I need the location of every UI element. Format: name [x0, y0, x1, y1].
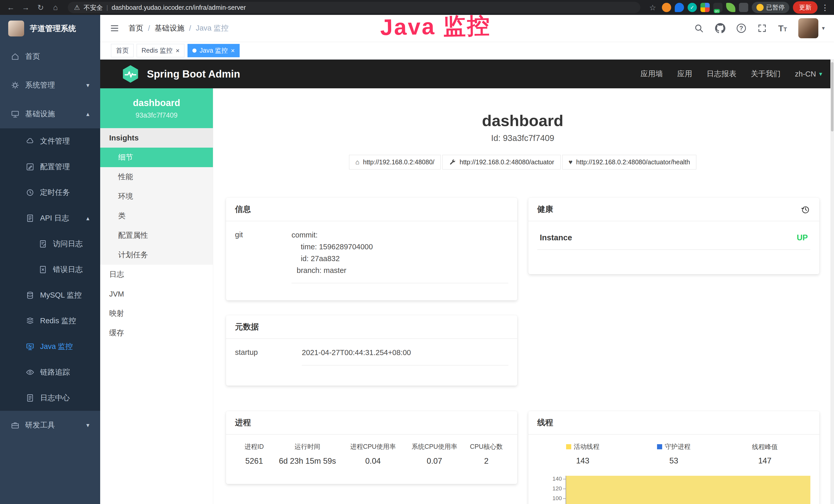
sidebar-item-log-center[interactable]: 日志中心	[0, 385, 100, 411]
chevron-up-icon: ▴	[86, 215, 89, 222]
sidebar-item-mysql[interactable]: MySQL 监控	[0, 282, 100, 308]
close-icon[interactable]: ×	[231, 47, 235, 54]
metadata-value-wrap: 2021-04-27T00:44:31.254+08:00	[302, 347, 508, 365]
column-header: 进程ID	[235, 442, 273, 451]
breadcrumb-section[interactable]: 基础设施	[155, 23, 184, 33]
extension-icon[interactable]	[675, 3, 684, 12]
address-bar[interactable]: ⚠ 不安全 | dashboard.yudao.iocoder.cn/infra…	[68, 2, 640, 13]
info-key: git	[235, 229, 291, 283]
sba-menu-scheduled[interactable]: 计划任务	[100, 245, 213, 265]
sba-brand[interactable]: Spring Boot Admin	[121, 64, 240, 84]
extension-icon[interactable]	[662, 3, 671, 12]
user-menu[interactable]: ▾	[798, 18, 825, 38]
sidebar-item-access-log[interactable]: 访问日志	[0, 231, 100, 257]
column-header: 运行时间	[273, 442, 342, 451]
extension-icon[interactable]	[726, 3, 736, 12]
kebab-menu-icon[interactable]: ⋮	[821, 3, 829, 12]
tab-label: Java 监控	[200, 46, 228, 55]
threads-legend: 活动线程 143 守护进程 53 线程峰值	[537, 442, 811, 465]
actuator-url-link[interactable]: http://192.168.0.2:48080/actuator	[442, 155, 561, 169]
paused-badge[interactable]: 已暂停	[752, 2, 789, 13]
sidebar-item-home[interactable]: 首页	[0, 42, 100, 71]
sba-nav: 应用墙 应用 日志报表 关于我们 zh-CN ▾	[641, 69, 822, 79]
instance-header[interactable]: dashboard 93a3fc7f7409	[100, 88, 213, 128]
sba-nav-applications[interactable]: 应用	[677, 69, 692, 79]
fullscreen-icon[interactable]	[757, 23, 767, 33]
health-row[interactable]: Instance UP	[537, 229, 811, 250]
column-value: 0.07	[404, 457, 464, 466]
sba-menu-details[interactable]: 细节	[100, 147, 213, 167]
sba-menu-environment[interactable]: 环境	[100, 187, 213, 206]
locale-selector[interactable]: zh-CN ▾	[795, 70, 822, 78]
sidebar-item-label: MySQL 监控	[40, 290, 82, 300]
sba-nav-wallboard[interactable]: 应用墙	[641, 69, 663, 79]
url-text: dashboard.yudao.iocoder.cn/infra/admin-s…	[112, 4, 246, 11]
git-branch-line: branch: master	[291, 265, 508, 276]
sidebar-item-infra[interactable]: 基础设施 ▴	[0, 100, 100, 129]
sba-nav-about[interactable]: 关于我们	[751, 69, 781, 79]
status-badge: UP	[797, 233, 808, 243]
hamburger-icon[interactable]	[109, 24, 120, 32]
sidebar-item-config[interactable]: 配置管理	[0, 154, 100, 180]
vertical-scrollbar[interactable]	[830, 60, 834, 504]
tab-home[interactable]: 首页	[111, 44, 134, 57]
breadcrumb-home[interactable]: 首页	[128, 23, 143, 33]
sidebar-item-java[interactable]: Java 监控	[0, 334, 100, 360]
sidebar-item-files[interactable]: 文件管理	[0, 129, 100, 154]
sba-menu-logs[interactable]: 日志	[100, 265, 213, 284]
history-icon[interactable]	[800, 204, 810, 214]
legend-col: 线程峰值 147	[720, 442, 811, 465]
sba-menu-caches[interactable]: 缓存	[100, 323, 213, 343]
reload-icon[interactable]: ↻	[35, 3, 46, 12]
git-id-line: id: 27aa832	[291, 253, 508, 265]
sba-menu-jvm[interactable]: JVM	[100, 284, 213, 304]
legend-label: 活动线程	[574, 442, 599, 451]
sba-nav-journal[interactable]: 日志报表	[707, 69, 737, 79]
sba-menu-mappings[interactable]: 映射	[100, 304, 213, 323]
browser-home-icon[interactable]: ⌂	[50, 3, 61, 12]
sidebar-item-error-log[interactable]: 错误日志	[0, 257, 100, 282]
breadcrumb-separator: /	[148, 24, 150, 32]
sba-main: dashboard Id: 93a3fc7f7409 ⌂ http://192.…	[213, 88, 834, 504]
sba-menu-performance[interactable]: 性能	[100, 167, 213, 187]
extension-icon[interactable]	[700, 3, 710, 12]
active-dot	[192, 48, 197, 53]
extension-icon[interactable]	[739, 3, 748, 12]
font-size-icon[interactable]: TT	[778, 23, 787, 33]
forward-icon[interactable]: →	[20, 3, 31, 12]
cloud-icon	[26, 137, 35, 145]
app-logo-row[interactable]: 芋道管理系统	[0, 15, 100, 42]
column-header: CPU核心数	[464, 442, 508, 451]
sidebar-item-cron[interactable]: 定时任务	[0, 180, 100, 205]
sidebar-item-api-log[interactable]: API 日志 ▴	[0, 205, 100, 231]
info-card-body: git commit: time: 1596289704000 id: 27aa…	[226, 221, 517, 291]
tab-java[interactable]: Java 监控 ×	[188, 44, 240, 57]
git-time-line: time: 1596289704000	[291, 241, 508, 253]
sidebar-item-devtools[interactable]: 研发工具 ▾	[0, 411, 100, 439]
sidebar-item-redis[interactable]: Redis 监控	[0, 308, 100, 334]
app-logo	[8, 21, 24, 37]
chevron-down-icon: ▾	[86, 421, 89, 429]
sba-menu-classes[interactable]: 类	[100, 206, 213, 226]
update-button[interactable]: 更新	[793, 1, 817, 14]
extension-icon[interactable]: ✓	[687, 3, 697, 12]
back-icon[interactable]: ←	[5, 3, 17, 12]
sidebar-item-system[interactable]: 系统管理 ▾	[0, 71, 100, 100]
service-url-link[interactable]: ⌂ http://192.168.0.2:48080/	[349, 155, 441, 169]
github-icon[interactable]	[715, 23, 725, 33]
extension-icon[interactable]: on	[713, 3, 723, 12]
health-url-link[interactable]: ♥ http://192.168.0.2:48080/actuator/heal…	[562, 155, 697, 169]
breadcrumb-separator: /	[189, 24, 191, 32]
sidebar-item-trace[interactable]: 链路追踪	[0, 360, 100, 385]
instance-name: dashboard	[103, 97, 211, 108]
scrollbar-thumb[interactable]	[831, 62, 833, 132]
help-icon[interactable]: ?	[737, 24, 746, 33]
cards-column-right: 健康 Instance UP	[528, 198, 820, 504]
info-value: commit: time: 1596289704000 id: 27aa832 …	[291, 229, 508, 283]
search-icon[interactable]	[694, 23, 704, 33]
tab-redis[interactable]: Redis 监控 ×	[137, 44, 184, 57]
close-icon[interactable]: ×	[176, 47, 179, 54]
bookmark-star-icon[interactable]: ☆	[647, 3, 658, 12]
legend-col: 守护进程 53	[628, 442, 720, 465]
sba-menu-config-props[interactable]: 配置属性	[100, 226, 213, 245]
